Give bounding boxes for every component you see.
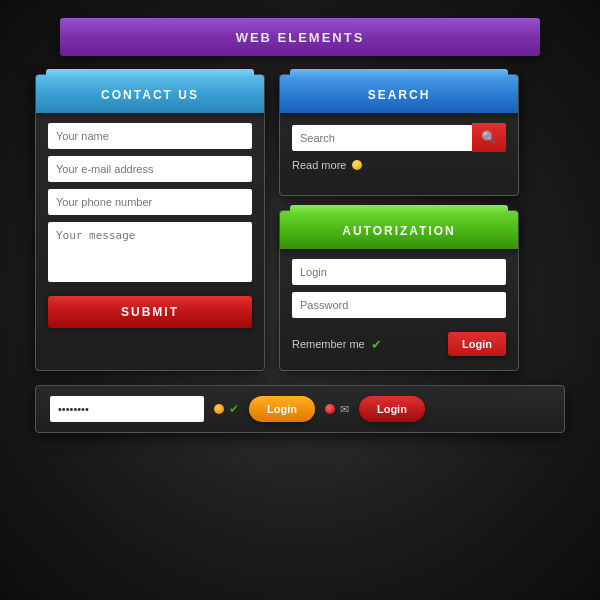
read-more-row: Read more [292, 159, 506, 171]
right-column: SEARCH 🔍 Read more AUTORIZATION [279, 74, 519, 371]
search-input[interactable] [292, 125, 472, 151]
contact-fields [36, 113, 264, 292]
search-panel: SEARCH 🔍 Read more [279, 74, 519, 196]
bottom-icon-group1: ✔ [214, 402, 239, 416]
dot-red-icon [325, 404, 335, 414]
phone-input[interactable] [48, 189, 252, 215]
bottom-login-orange-button[interactable]: Login [249, 396, 315, 422]
bottom-login-red-button[interactable]: Login [359, 396, 425, 422]
search-header: SEARCH [280, 75, 518, 113]
auth-panel: AUTORIZATION Remember me ✔ Login [279, 210, 519, 371]
auth-bottom: Remember me ✔ Login [280, 328, 518, 356]
top-banner: WEB ELEMENTS [60, 18, 540, 56]
dot-yellow-icon [352, 160, 362, 170]
search-body: 🔍 Read more [280, 113, 518, 181]
email-input[interactable] [48, 156, 252, 182]
envelope-icon: ✉ [340, 403, 349, 416]
search-header-label: SEARCH [368, 88, 431, 102]
contact-header: CONTACT US [36, 75, 264, 113]
auth-login-button[interactable]: Login [448, 332, 506, 356]
bottom-icon-group2: ✉ [325, 403, 349, 416]
submit-button[interactable]: SUBMIT [48, 296, 252, 328]
search-input-row: 🔍 [292, 123, 506, 152]
check-icon: ✔ [229, 402, 239, 416]
top-banner-label: WEB ELEMENTS [236, 30, 365, 45]
main-row: CONTACT US SUBMIT SEARCH 🔍 [35, 74, 565, 371]
checkmark-icon: ✔ [371, 337, 382, 352]
login-input[interactable] [292, 259, 506, 285]
remember-me-label: Remember me [292, 338, 365, 350]
read-more-label: Read more [292, 159, 346, 171]
name-input[interactable] [48, 123, 252, 149]
dot-orange-icon [214, 404, 224, 414]
message-input[interactable] [48, 222, 252, 282]
contact-header-label: CONTACT US [101, 88, 199, 102]
password-input[interactable] [292, 292, 506, 318]
contact-panel: CONTACT US SUBMIT [35, 74, 265, 371]
auth-body [280, 249, 518, 328]
bottom-bar: ✔ Login ✉ Login [35, 385, 565, 433]
search-button[interactable]: 🔍 [472, 123, 506, 152]
auth-header: AUTORIZATION [280, 211, 518, 249]
bottom-password-input[interactable] [50, 396, 204, 422]
auth-header-label: AUTORIZATION [342, 224, 456, 238]
search-icon: 🔍 [481, 130, 497, 145]
